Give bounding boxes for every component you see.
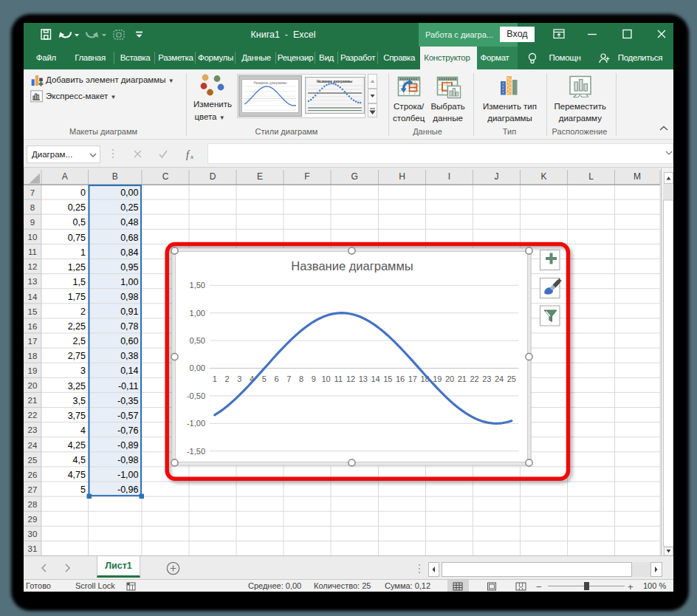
svg-text:15: 15 (383, 374, 392, 383)
svg-text:24: 24 (28, 441, 38, 450)
svg-text:27: 27 (28, 485, 38, 494)
svg-text:16: 16 (28, 322, 38, 331)
svg-text:D: D (210, 171, 216, 182)
svg-text:0,78: 0,78 (120, 321, 138, 332)
svg-text:J: J (495, 171, 499, 182)
svg-text:2,25: 2,25 (68, 321, 86, 332)
svg-text:9: 9 (312, 374, 316, 383)
svg-text:7: 7 (30, 188, 35, 197)
svg-text:Название диаграммы: Название диаграммы (291, 259, 413, 273)
svg-text:-0,35: -0,35 (117, 396, 139, 406)
svg-text:24: 24 (495, 374, 504, 383)
svg-text:0,48: 0,48 (120, 217, 138, 227)
svg-text:26: 26 (28, 470, 38, 479)
svg-text:-0,57: -0,57 (117, 411, 139, 421)
svg-text:0,00: 0,00 (120, 188, 138, 198)
svg-text:Название диаграммы: Название диаграммы (253, 81, 286, 85)
svg-text:-0,50: -0,50 (187, 391, 205, 400)
svg-text:M: M (634, 171, 641, 182)
svg-text:I: I (448, 171, 450, 182)
svg-text:B: B (112, 171, 118, 182)
svg-text:13: 13 (359, 374, 368, 383)
svg-text:11: 11 (334, 374, 343, 383)
svg-text:1,00: 1,00 (120, 277, 138, 287)
svg-text:H: H (399, 171, 405, 182)
svg-text:1: 1 (213, 374, 217, 383)
svg-text:-0,89: -0,89 (117, 440, 139, 451)
svg-text:20: 20 (28, 381, 38, 390)
svg-text:31: 31 (28, 544, 38, 553)
svg-text:14: 14 (371, 374, 380, 383)
svg-text:1,5: 1,5 (73, 277, 86, 287)
svg-text:-0,11: -0,11 (118, 381, 139, 391)
svg-text:0,38: 0,38 (120, 351, 138, 361)
svg-text:21: 21 (28, 396, 38, 405)
svg-text:0,25: 0,25 (120, 202, 138, 213)
svg-text:25: 25 (507, 374, 516, 383)
svg-text:5: 5 (262, 374, 267, 383)
svg-text:2,75: 2,75 (68, 351, 86, 361)
svg-text:1,50: 1,50 (190, 281, 205, 290)
svg-text:C: C (162, 171, 169, 182)
svg-text:Название диаграммы: Название диаграммы (317, 80, 352, 83)
svg-text:10: 10 (28, 233, 38, 242)
svg-text:0,25: 0,25 (68, 202, 86, 213)
svg-text:12: 12 (28, 262, 38, 271)
svg-text:-1,50: -1,50 (187, 447, 205, 456)
svg-text:30: 30 (28, 530, 38, 538)
svg-text:14: 14 (28, 292, 38, 301)
svg-text:20: 20 (445, 374, 454, 383)
svg-text:0,75: 0,75 (68, 233, 86, 243)
svg-text:7: 7 (286, 374, 291, 383)
svg-text:16: 16 (396, 374, 405, 383)
svg-text:L: L (588, 171, 594, 182)
svg-text:18: 18 (28, 352, 38, 360)
svg-text:A: A (62, 171, 68, 182)
svg-text:0,95: 0,95 (120, 262, 138, 273)
svg-text:3,75: 3,75 (68, 411, 86, 421)
svg-text:3: 3 (237, 374, 241, 383)
svg-text:9: 9 (30, 218, 35, 227)
svg-text:19: 19 (433, 374, 442, 383)
svg-text:28: 28 (28, 500, 38, 509)
svg-text:0,5: 0,5 (73, 217, 86, 227)
svg-text:0,91: 0,91 (120, 307, 138, 317)
svg-text:K: K (540, 171, 546, 182)
svg-text:4,75: 4,75 (68, 470, 86, 480)
svg-text:8: 8 (299, 374, 303, 383)
svg-text:22: 22 (470, 374, 478, 383)
svg-text:2: 2 (225, 374, 230, 383)
svg-text:21: 21 (458, 374, 467, 383)
svg-text:-0,76: -0,76 (117, 425, 139, 436)
svg-text:-1,00: -1,00 (187, 419, 205, 428)
svg-text:3: 3 (80, 366, 86, 376)
svg-text:8: 8 (30, 203, 35, 212)
svg-text:0,50: 0,50 (190, 336, 205, 345)
svg-text:12: 12 (346, 374, 355, 383)
svg-text:0,14: 0,14 (120, 366, 138, 376)
svg-text:1,25: 1,25 (68, 262, 86, 273)
svg-text:0,68: 0,68 (120, 233, 138, 243)
svg-text:0,98: 0,98 (120, 292, 138, 302)
svg-text:6: 6 (275, 374, 279, 383)
svg-text:17: 17 (28, 337, 38, 346)
svg-text:1: 1 (80, 247, 86, 258)
svg-text:4,5: 4,5 (73, 455, 86, 465)
svg-text:F: F (304, 171, 309, 182)
svg-text:E: E (257, 171, 263, 182)
svg-text:1,75: 1,75 (68, 292, 86, 302)
svg-text:29: 29 (28, 515, 38, 524)
svg-text:4: 4 (80, 425, 86, 436)
svg-text:23: 23 (482, 374, 491, 383)
svg-text:-0,96: -0,96 (117, 485, 139, 495)
svg-text:5: 5 (80, 485, 86, 495)
svg-text:17: 17 (408, 374, 417, 383)
svg-text:23: 23 (28, 425, 38, 434)
svg-text:-1,00: -1,00 (117, 470, 139, 480)
svg-text:1,00: 1,00 (190, 309, 205, 318)
svg-text:11: 11 (28, 247, 37, 256)
svg-text:2: 2 (80, 307, 86, 317)
svg-text:x: x (190, 153, 193, 160)
svg-text:13: 13 (28, 277, 38, 286)
svg-text:22: 22 (28, 411, 38, 420)
